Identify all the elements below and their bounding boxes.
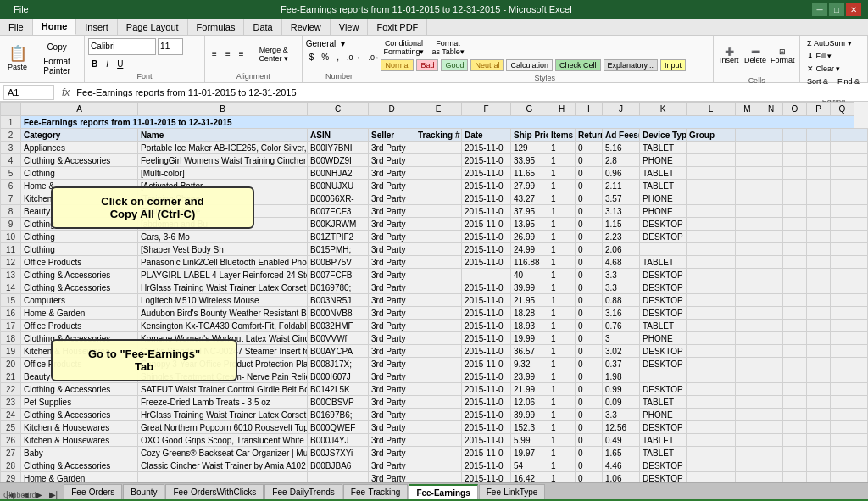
cell-17-0[interactable]: Clothing & Accessories [21,332,138,345]
col-header-d[interactable]: D [369,103,415,116]
cell-15-2[interactable]: B000NVB8 [308,307,369,320]
cell-16-6[interactable]: 18.93 [511,320,548,332]
cell-18-0[interactable]: Kitchen & Housewares [21,345,138,358]
cell-20-0[interactable]: Beauty [21,370,138,383]
cell-14-7[interactable]: 1 [548,294,576,307]
col-header-c[interactable]: C [308,103,369,116]
cell-23-16[interactable] [831,409,854,421]
cell-18-4[interactable] [415,345,462,358]
cell-24-12[interactable] [736,421,760,434]
cell-13-9[interactable]: 3.3 [603,281,640,294]
cell-20-11[interactable] [687,370,736,383]
cell-9-11[interactable] [687,231,736,243]
cell-25-0[interactable]: Kitchen & Housewares [21,434,138,447]
ribbon-tab-insert[interactable]: Insert [76,19,118,35]
col-header-e[interactable]: E [415,103,462,116]
cell-19-13[interactable] [760,358,783,370]
cell-19-8[interactable]: 0 [576,358,603,370]
cell-2-6[interactable]: 129 [511,142,548,154]
cell-25-17[interactable] [854,434,868,447]
cell-27-3[interactable]: 3rd Party [369,459,415,472]
cell-12-13[interactable] [760,269,783,281]
header-cell-7[interactable]: Items Shi [548,129,576,142]
cell-12-4[interactable] [415,269,462,281]
cell-21-2[interactable]: B0142L5K [308,383,369,396]
cell-3-1[interactable]: FeelingGirl Women's Waist Training Cinch… [138,154,308,167]
cell-15-16[interactable] [831,307,854,320]
cell-21-6[interactable]: 21.99 [511,383,548,396]
row-header-14[interactable]: 14 [1,281,21,294]
cell-25-1[interactable]: OXO Good Grips Scoop, Translucent White [138,434,308,447]
cell-12-14[interactable] [783,269,807,281]
cell-8-14[interactable] [783,218,807,231]
cell-13-17[interactable] [854,281,868,294]
cell-5-2[interactable]: B00NUJXU [308,180,369,192]
format-button[interactable]: ⊞ Format [770,37,796,75]
cell-5-16[interactable] [831,180,854,192]
cell-5-9[interactable]: 2.11 [603,180,640,192]
cell-20-7[interactable]: 1 [548,370,576,383]
cell-18-11[interactable] [687,345,736,358]
cell-10-0[interactable]: Clothing [21,243,138,256]
cell-6-6[interactable]: 43.27 [511,192,548,205]
cell-27-15[interactable] [807,459,831,472]
cell-20-8[interactable]: 0 [576,370,603,383]
cell-8-0[interactable]: Clothing [21,218,138,231]
cell-7-0[interactable]: Beauty [21,205,138,218]
cell-17-10[interactable]: PHONE [640,332,687,345]
cell-21-11[interactable] [687,383,736,396]
row-header-28[interactable]: 28 [1,459,21,472]
cell-22-13[interactable] [760,396,783,409]
cell-11-8[interactable]: 0 [576,256,603,269]
cell-26-3[interactable]: 3rd Party [369,447,415,459]
cell-21-16[interactable] [831,383,854,396]
row-header-4[interactable]: 4 [1,154,21,167]
cell-21-9[interactable]: 0.99 [603,383,640,396]
cell-23-10[interactable]: PHONE [640,409,687,421]
cell-20-17[interactable] [854,370,868,383]
cell-18-1[interactable]: Cooks Standard NC-00247 Steamer Insert f… [138,345,308,358]
cell-4-3[interactable]: 3rd Party [369,167,415,180]
cell-8-8[interactable]: 0 [576,218,603,231]
cell-6-10[interactable]: PHONE [640,192,687,205]
cell-3-13[interactable] [760,154,783,167]
align-center-button[interactable]: ≡ [222,47,234,60]
header-cell-1[interactable]: Name [138,129,308,142]
cell-8-13[interactable] [760,218,783,231]
cell-19-5[interactable]: 2015-11-0 [462,358,511,370]
cell-12-16[interactable] [831,269,854,281]
cell-12-15[interactable] [807,269,831,281]
header-cell-16[interactable] [831,129,854,142]
cell-19-0[interactable]: Office Products [21,358,138,370]
cell-10-6[interactable]: 24.99 [511,243,548,256]
cell-6-1[interactable]: [Training Shape [138,192,308,205]
cell-2-7[interactable]: 1 [548,142,576,154]
cell-11-9[interactable]: 4.68 [603,256,640,269]
cell-23-11[interactable] [687,409,736,421]
cell-23-9[interactable]: 3.3 [603,409,640,421]
cell-21-3[interactable]: 3rd Party [369,383,415,396]
cell-9-13[interactable] [760,231,783,243]
cell-11-4[interactable] [415,256,462,269]
header-cell-12[interactable] [736,129,760,142]
cell-4-4[interactable] [415,167,462,180]
cell-19-3[interactable]: 3rd Party [369,358,415,370]
sheet-tab-fee-orders[interactable]: Fee-Orders [64,484,122,499]
cell-9-8[interactable]: 0 [576,231,603,243]
cell-16-5[interactable]: 2015-11-0 [462,320,511,332]
cell-26-0[interactable]: Baby [21,447,138,459]
cell-18-5[interactable]: 2015-11-0 [462,345,511,358]
style-check-cell[interactable]: Check Cell [555,59,601,71]
cell-7-11[interactable] [687,205,736,218]
cell-15-13[interactable] [760,307,783,320]
increase-decimal[interactable]: .0→ [343,51,364,64]
cell-28-3[interactable]: 3rd Party [369,472,415,483]
cell-27-4[interactable] [415,459,462,472]
align-right-button[interactable]: ≡ [236,47,248,60]
cell-17-13[interactable] [760,332,783,345]
cell-5-0[interactable]: Home & [21,180,138,192]
cell-23-5[interactable]: 2015-11-0 [462,409,511,421]
cell-9-9[interactable]: 2.23 [603,231,640,243]
cell-17-2[interactable]: B00VVWf [308,332,369,345]
cell-21-5[interactable]: 2015-11-0 [462,383,511,396]
